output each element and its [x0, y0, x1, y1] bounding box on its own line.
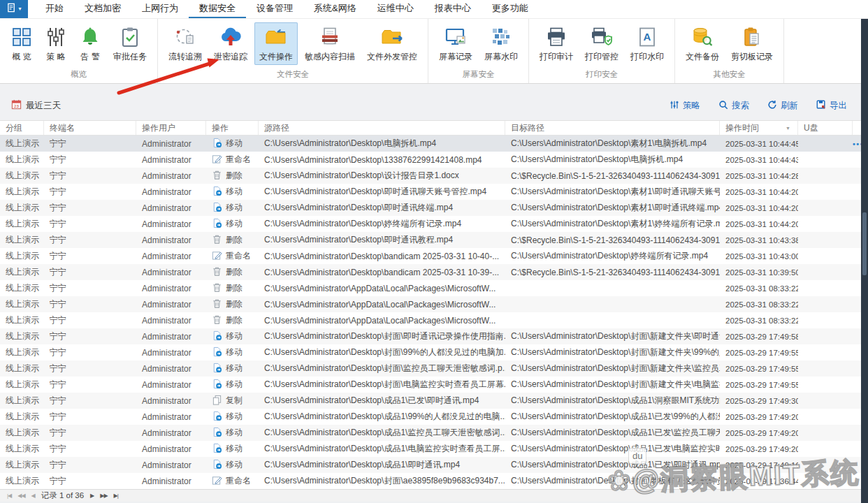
column-header-operation[interactable]: 操作: [206, 121, 259, 135]
operation-icon: [212, 330, 222, 343]
ribbon-item-label: 流转追溯: [168, 51, 202, 63]
ribbon-group-overview: 概 览 策 略 告 警 审批任务 概览: [0, 19, 158, 83]
table-row[interactable]: 线上演示 宁宁 Administrator 移动 C:\Users\Admini…: [0, 425, 868, 441]
vertical-scrollbar[interactable]: [861, 19, 868, 503]
pager-prev-page-button[interactable]: ◀◀: [17, 493, 24, 499]
tab-internet-behavior[interactable]: 上网行为: [131, 0, 189, 18]
refresh-button[interactable]: 刷新: [767, 100, 798, 112]
cell-group: 线上演示: [0, 170, 44, 182]
tab-start[interactable]: 开始: [35, 0, 74, 18]
ribbon-item-approval-tasks[interactable]: 审批任务: [108, 22, 152, 65]
ribbon-item-file-operations[interactable]: 文件操作: [254, 22, 298, 65]
table-row[interactable]: 线上演示 宁宁 Administrator 删除 C:\Users\Admini…: [0, 280, 868, 296]
search-button[interactable]: 搜索: [718, 100, 749, 112]
column-header-terminal[interactable]: 终端名: [44, 121, 136, 135]
column-header-user[interactable]: 操作用户: [136, 121, 206, 135]
ribbon-item-file-backup[interactable]: 文件备份: [681, 22, 724, 65]
table-row[interactable]: 线上演示 宁宁 Administrator 移动 C:\Users\Admini…: [0, 184, 868, 200]
column-header-target-path[interactable]: 目标路径: [505, 121, 720, 135]
table-row[interactable]: 线上演示 宁宁 Administrator 移动 C:\Users\Admini…: [0, 409, 868, 425]
column-header-time[interactable]: 操作时间▼: [720, 121, 798, 135]
ribbon-item-print-watermark[interactable]: A 打印水印: [625, 22, 669, 65]
ribbon-item-policy[interactable]: 策 略: [40, 22, 72, 65]
export-button[interactable]: 导出: [816, 100, 847, 112]
app-menu-button[interactable]: ▾: [0, 0, 28, 18]
operation-icon: [212, 347, 222, 359]
cell-time: 2025-03-29 17:49:58: [720, 333, 798, 341]
cell-operation: 移动: [206, 443, 259, 455]
table-row[interactable]: 线上演示 宁宁 Administrator 删除 C:\Users\Admini…: [0, 232, 868, 248]
pager-first-button[interactable]: |◀: [7, 493, 11, 499]
ribbon-item-print-control[interactable]: 打印管控: [580, 22, 623, 65]
operation-label: 移动: [226, 138, 243, 150]
tab-more-features[interactable]: 更多功能: [482, 0, 539, 18]
cell-time: 2025-03-31 10:44:20: [720, 188, 798, 196]
cell-user: Administrator: [136, 268, 206, 277]
table-row[interactable]: 线上演示 宁宁 Administrator 移动 C:\Users\Admini…: [0, 344, 868, 360]
table-row[interactable]: 线上演示 宁宁 Administrator 移动 C:\Users\Admini…: [0, 216, 868, 232]
table-row[interactable]: 线上演示 宁宁 Administrator 删除 C:\Users\Admini…: [0, 312, 868, 328]
ribbon-item-alerts[interactable]: 告 警: [74, 22, 106, 65]
operation-label: 移动: [226, 330, 243, 342]
scrollbar-thumb[interactable]: [862, 212, 867, 275]
clipboard-record-icon: [742, 25, 762, 49]
column-header-group[interactable]: 分组: [0, 121, 44, 135]
pager-next-page-button[interactable]: ▶▶: [100, 493, 107, 499]
table-row[interactable]: 线上演示 宁宁 Administrator 移动 C:\Users\Admini…: [0, 200, 868, 216]
ribbon-item-leak-tracking[interactable]: 泄密追踪: [209, 22, 252, 65]
pager-next-button[interactable]: ▶: [90, 493, 94, 499]
policy-button[interactable]: 策略: [670, 100, 700, 112]
cell-group: 线上演示: [0, 154, 44, 166]
tab-device-management[interactable]: 设备管理: [246, 0, 303, 18]
column-header-usb[interactable]: U盘: [798, 121, 853, 135]
table-row[interactable]: 线上演示 宁宁 Administrator 移动 C:\Users\Admini…: [0, 136, 868, 152]
leak-tracking-icon: [219, 25, 242, 49]
table-row[interactable]: 线上演示 宁宁 Administrator 重命名 C:\Users\Admin…: [0, 152, 868, 168]
sort-dropdown-icon[interactable]: ▼: [786, 126, 792, 131]
table-row[interactable]: 线上演示 宁宁 Administrator 删除 C:\Users\Admini…: [0, 264, 868, 280]
table-row[interactable]: 线上演示 宁宁 Administrator 复制 C:\Users\Admini…: [0, 393, 868, 409]
ribbon-item-label: 屏幕水印: [484, 51, 518, 63]
ribbon-item-flow-trace[interactable]: 流转追溯: [164, 22, 207, 65]
ribbon-item-label: 文件备份: [686, 51, 719, 63]
ribbon-item-screen-record[interactable]: 屏幕记录: [434, 22, 477, 65]
date-range-filter[interactable]: 23 最近三天: [11, 99, 61, 112]
table-row[interactable]: 线上演示 宁宁 Administrator 移动 C:\Users\Admini…: [0, 441, 868, 457]
cell-operation: 移动: [206, 330, 259, 343]
tab-report-center[interactable]: 报表中心: [424, 0, 482, 18]
table-row[interactable]: 线上演示 宁宁 Administrator 移动 C:\Users\Admini…: [0, 457, 868, 473]
operation-label: 移动: [226, 218, 243, 230]
ribbon-item-label: 打印审计: [540, 51, 573, 63]
ribbon-item-file-outgoing-control[interactable]: 文件外发管控: [362, 22, 422, 65]
cell-source-path: C:\Users\Administrator\Desktop\133876229…: [259, 155, 505, 165]
ribbon-item-overview[interactable]: 概 览: [6, 22, 38, 65]
ribbon-toolbar: 概 览 策 略 告 警 审批任务 概览: [0, 19, 868, 84]
ribbon-item-label: 屏幕记录: [439, 51, 472, 63]
operation-icon: [212, 234, 222, 247]
table-row[interactable]: 线上演示 宁宁 Administrator 移动 C:\Users\Admini…: [0, 360, 868, 377]
ribbon-item-clipboard-record[interactable]: 剪切板记录: [726, 22, 778, 65]
table-row[interactable]: 线上演示 宁宁 Administrator 删除 C:\Users\Admini…: [0, 168, 868, 184]
ribbon-item-label: 泄密追踪: [214, 51, 247, 63]
pager-prev-button[interactable]: ◀: [31, 493, 35, 499]
svg-text:A: A: [644, 31, 651, 43]
cell-time: 2025-03-31 10:44:20: [720, 204, 798, 212]
tab-document-encryption[interactable]: 文档加密: [74, 0, 131, 18]
table-row[interactable]: 线上演示 宁宁 Administrator 重命名 C:\Users\Admin…: [0, 473, 868, 489]
ribbon-item-print-audit[interactable]: 打印审计: [535, 22, 578, 65]
cell-source-path: C:\Users\Administrator\Desktop\封面\监控员工聊天…: [259, 363, 505, 374]
table-row[interactable]: 线上演示 宁宁 Administrator 移动 C:\Users\Admini…: [0, 377, 868, 393]
operation-icon: [212, 282, 222, 295]
app-window: ▾ 开始 文档加密 上网行为 数据安全 设备管理 系统&网络 运维中心 报表中心…: [0, 0, 868, 503]
tab-ops-center[interactable]: 运维中心: [367, 0, 424, 18]
ribbon-item-screen-watermark[interactable]: 屏幕水印: [479, 22, 523, 65]
table-row[interactable]: 线上演示 宁宁 Administrator 重命名 C:\Users\Admin…: [0, 248, 868, 264]
pager-last-button[interactable]: ▶|: [114, 493, 118, 499]
table-row[interactable]: 线上演示 宁宁 Administrator 删除 C:\Users\Admini…: [0, 296, 868, 312]
ribbon-item-sensitive-content-scan[interactable]: 敏感内容扫描: [300, 22, 360, 65]
column-header-source-path[interactable]: 源路径: [259, 121, 505, 135]
cell-group: 线上演示: [0, 427, 44, 439]
tab-data-security[interactable]: 数据安全: [189, 0, 246, 18]
table-row[interactable]: 线上演示 宁宁 Administrator 移动 C:\Users\Admini…: [0, 328, 868, 344]
tab-system-network[interactable]: 系统&网络: [303, 0, 367, 18]
